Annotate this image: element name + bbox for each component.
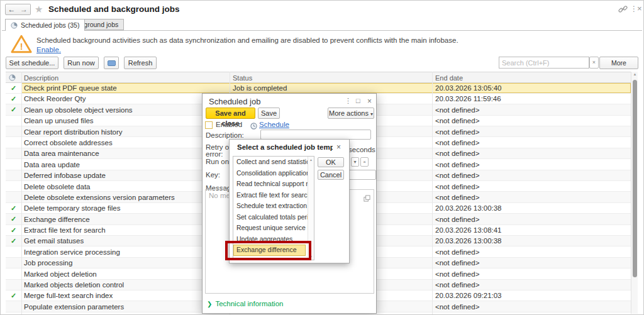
retry-on-error-label: error: [206, 150, 223, 158]
schedule-link[interactable]: Schedule [259, 121, 289, 128]
job-end-date: 20.03.2026 13:00:38 [435, 237, 502, 245]
window-close-icon[interactable]: × [637, 4, 642, 13]
enabled-checkbox[interactable] [205, 121, 213, 129]
template-item[interactable]: Extract file text for search [233, 190, 314, 201]
check-placeholder [6, 258, 21, 268]
column-header-status[interactable]: Status [233, 74, 252, 82]
check-placeholder [6, 246, 21, 257]
template-item[interactable]: Schedule text extraction SaaS [233, 201, 314, 212]
search-input[interactable] [499, 57, 589, 69]
dialog-maximize-icon[interactable]: □ [356, 97, 360, 104]
warning-message: Scheduled background activities such as … [36, 36, 590, 55]
job-end-date: <not defined> [435, 106, 479, 114]
card-icon [108, 60, 116, 66]
technical-information-link[interactable]: ❯Technical information [207, 300, 283, 307]
chevron-down-icon: ▾ [370, 111, 373, 117]
scroll-up-icon[interactable]: ▲ [632, 72, 638, 76]
expand-icon[interactable] [364, 193, 370, 204]
table-scrollbar[interactable]: ▲ [631, 72, 638, 314]
scrollbar-thumb[interactable] [633, 80, 637, 277]
popup-title: Select a scheduled job temp... [237, 143, 333, 151]
job-description: Data area maintenance [24, 150, 99, 157]
job-end-date: <not defined> [435, 281, 479, 289]
check-placeholder [6, 126, 21, 136]
check-icon: ✓ [6, 214, 21, 224]
warning-triangle-icon: ! [11, 34, 32, 57]
template-item[interactable]: Consolidation applications e... [233, 168, 314, 179]
job-description: Correct obsolete addresses [24, 139, 113, 146]
job-end-date: 20.03.2026 13:05:40 [435, 84, 502, 92]
favorite-star-icon[interactable]: ★ [35, 4, 43, 15]
dialog-close-icon[interactable]: × [367, 97, 372, 106]
set-schedule-button[interactable]: Set schedule... [6, 57, 58, 69]
more-actions-label: More actions [329, 109, 369, 117]
job-description: Populate extension parameters [24, 303, 124, 311]
refresh-button[interactable]: Refresh [124, 57, 157, 69]
column-header-description[interactable]: Description [24, 74, 58, 82]
check-icon: ✓ [6, 94, 21, 104]
template-item[interactable]: Request unique service licen... [233, 223, 314, 234]
description-field[interactable] [260, 130, 371, 140]
table-header[interactable]: Description Status End date [6, 72, 631, 83]
template-list: Collect and send statisticsConsolidation… [233, 156, 314, 260]
check-placeholder [6, 116, 21, 126]
popup-close-icon[interactable]: × [336, 143, 341, 152]
more-actions-button[interactable]: More actions▾ [599, 57, 638, 69]
job-description: Delete obsolete data [24, 183, 91, 191]
job-end-date: <not defined> [435, 183, 479, 191]
template-item[interactable]: Read technical support news [233, 179, 314, 190]
tab-scheduled-jobs[interactable]: Scheduled jobs (35) [5, 19, 85, 31]
template-item[interactable]: Update aggregates [233, 234, 314, 245]
job-end-date: 20.03.2026 11:59:46 [435, 95, 501, 102]
header-pie-icon [9, 74, 16, 81]
table-row[interactable]: ✓Check print PDF queue stateJob is compl… [6, 83, 631, 94]
check-placeholder [6, 159, 21, 169]
template-item[interactable]: Set calculated totals period [233, 212, 314, 223]
scroll-down-icon[interactable]: ▼ [308, 255, 314, 258]
template-item[interactable]: Exchange difference [233, 245, 306, 256]
job-description: Deferred infobase update [24, 172, 106, 179]
template-item[interactable]: Collect and send statistics [233, 157, 314, 168]
check-placeholder [6, 181, 21, 191]
open-background-job-button[interactable] [104, 57, 119, 69]
forward-button[interactable]: → [18, 4, 31, 15]
job-end-date: <not defined> [435, 117, 479, 124]
run-now-button[interactable]: Run now [64, 57, 99, 69]
job-end-date: <not defined> [435, 172, 479, 179]
save-button[interactable]: Save [258, 108, 280, 119]
job-end-date: 20.03.2026 13:08:41 [435, 226, 502, 234]
job-status: Job is completed [233, 84, 287, 92]
job-description: Exchange difference [24, 216, 90, 223]
check-icon: ✓ [6, 225, 21, 235]
job-description: Clean up unused files [24, 117, 94, 124]
dialog-more-actions-button[interactable]: More actions▾ [328, 108, 374, 119]
clock-icon [250, 121, 257, 132]
run-on-behalf-clear-icon[interactable]: × [360, 157, 369, 167]
back-button[interactable]: ← [5, 4, 18, 15]
job-end-date: <not defined> [435, 161, 479, 169]
check-icon: ✓ [6, 203, 21, 213]
svg-text:!: ! [20, 41, 23, 52]
get-link-icon[interactable] [618, 5, 628, 16]
check-placeholder [6, 280, 21, 290]
column-header-end-date[interactable]: End date [435, 74, 463, 82]
job-description: Check Reorder Qty [24, 95, 86, 102]
template-select-popup: Select a scheduled job temp... × Collect… [229, 139, 350, 263]
back-icon: ← [8, 5, 16, 14]
column-separator [432, 72, 433, 314]
run-on-behalf-select-icon[interactable]: ▾ [351, 157, 359, 167]
cancel-button[interactable]: Cancel [318, 170, 344, 180]
scroll-up-icon[interactable]: ▲ [308, 158, 314, 162]
job-description: Data area update [24, 161, 80, 169]
enable-link[interactable]: Enable. [36, 46, 61, 53]
job-end-date: <not defined> [435, 259, 479, 267]
check-icon: ✓ [6, 236, 21, 246]
save-and-close-button[interactable]: Save and close [206, 108, 255, 119]
search-clear-button[interactable]: × [589, 57, 599, 69]
ok-button[interactable]: OK [318, 157, 344, 167]
row-main: Check print PDF queue stateJob is comple… [21, 83, 631, 93]
dialog-menu-icon[interactable]: ⋮ [345, 97, 352, 105]
job-description: Check print PDF queue state [24, 84, 117, 92]
template-list-scrollbar[interactable]: ▲ ▼ [308, 157, 314, 260]
job-description: Clean up obsolete object versions [24, 106, 133, 114]
